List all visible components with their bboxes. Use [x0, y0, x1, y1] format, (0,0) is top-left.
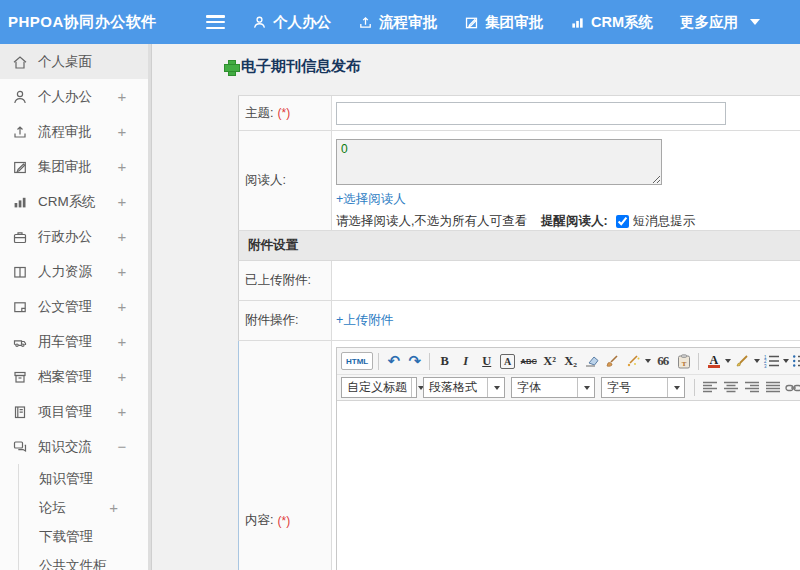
paragraph-format-select[interactable]: 段落格式: [423, 377, 505, 398]
sidebar-item-crm[interactable]: CRM系统 +: [0, 184, 148, 219]
caret-down-icon: [750, 19, 760, 25]
sidebar-item-admin-office[interactable]: 行政办公 +: [0, 219, 148, 254]
caret-down-icon: [577, 378, 594, 397]
notebook-icon: [12, 404, 28, 420]
sms-checkbox[interactable]: [616, 215, 629, 228]
bold-button[interactable]: B: [435, 351, 454, 371]
nav-personal-office[interactable]: 个人办公: [252, 13, 331, 32]
format-brush-icon[interactable]: [603, 351, 622, 371]
required-mark: (*): [277, 514, 290, 528]
page-title: 电子期刊信息发布: [224, 57, 361, 76]
submenu-item-download-mgmt[interactable]: 下载管理: [19, 522, 148, 551]
svg-text:T: T: [681, 359, 686, 367]
ordered-list-icon: 123: [762, 351, 781, 371]
expand-plus[interactable]: +: [116, 88, 128, 105]
chart-icon: [12, 194, 28, 210]
submenu-item-forum[interactable]: 论坛 +: [19, 493, 148, 522]
italic-button[interactable]: I: [456, 351, 475, 371]
quick-format-dropdown[interactable]: [624, 351, 651, 371]
strikethrough-button[interactable]: ABC: [519, 351, 538, 371]
link-icon[interactable]: [784, 378, 800, 398]
sidebar-scrollbar[interactable]: [148, 44, 152, 570]
sidebar-item-project-mgmt[interactable]: 项目管理 +: [0, 394, 148, 429]
caret-down-icon: [754, 359, 760, 363]
sidebar-item-knowledge-exchange[interactable]: 知识交流 −: [0, 429, 148, 464]
readers-textarea[interactable]: 0: [336, 139, 662, 185]
chat-icon: [12, 439, 28, 455]
font-color-dropdown[interactable]: A: [704, 351, 731, 371]
upload-attachment-link[interactable]: +上传附件: [336, 312, 393, 329]
readers-hint-text: 请选择阅读人,不选为所有人可查看: [336, 213, 527, 230]
briefcase-icon: [12, 229, 28, 245]
blockquote-button[interactable]: 66: [653, 351, 672, 371]
sidebar-item-personal-desktop[interactable]: 个人桌面: [0, 44, 148, 79]
expand-plus[interactable]: +: [116, 228, 128, 245]
superscript-button[interactable]: X²: [540, 351, 559, 371]
expand-plus[interactable]: +: [116, 263, 128, 280]
sidebar-item-vehicle-mgmt[interactable]: 用车管理 +: [0, 324, 148, 359]
subject-input[interactable]: [336, 102, 726, 125]
font-size-select[interactable]: 字号: [601, 377, 685, 398]
subject-label: 主题: (*): [239, 96, 332, 130]
highlight-pen-icon: [733, 351, 752, 371]
paste-plain-icon[interactable]: T: [674, 351, 693, 371]
caret-down-icon: [487, 378, 504, 397]
expand-plus[interactable]: +: [116, 193, 128, 210]
content-row: 内容: (*) HTML ↶ ↷ B I U A: [238, 341, 800, 570]
undo-icon[interactable]: ↶: [384, 351, 403, 371]
edit-icon: [12, 159, 28, 175]
submenu-item-knowledge-mgmt[interactable]: 知识管理: [19, 464, 148, 493]
html-source-button[interactable]: HTML: [341, 352, 373, 370]
collapse-minus[interactable]: −: [116, 438, 128, 455]
sidebar-item-hr[interactable]: 人力资源 +: [0, 254, 148, 289]
expand-plus[interactable]: +: [109, 499, 118, 516]
nav-workflow-approval[interactable]: 流程审批: [358, 13, 437, 32]
expand-plus[interactable]: +: [116, 368, 128, 385]
nav-group-approval[interactable]: 集团审批: [464, 13, 543, 32]
expand-plus[interactable]: +: [116, 123, 128, 140]
readers-label: 阅读人:: [239, 131, 332, 230]
expand-plus[interactable]: +: [116, 298, 128, 315]
align-center-icon[interactable]: [721, 378, 740, 398]
caret-down-icon: [725, 359, 731, 363]
chart-icon: [570, 15, 585, 30]
sidebar-item-archive-mgmt[interactable]: 档案管理 +: [0, 359, 148, 394]
user-icon: [252, 15, 267, 30]
nav-more-apps[interactable]: 更多应用: [680, 13, 760, 32]
expand-plus[interactable]: +: [116, 403, 128, 420]
expand-plus[interactable]: +: [116, 158, 128, 175]
sidebar-item-personal-office[interactable]: 个人办公 +: [0, 79, 148, 114]
sidebar-item-workflow-approval[interactable]: 流程审批 +: [0, 114, 148, 149]
editor-toolbar-row1: HTML ↶ ↷ B I U A ABC X² X₂: [337, 348, 800, 374]
sidebar-item-document-mgmt[interactable]: 公文管理 +: [0, 289, 148, 324]
align-right-icon[interactable]: [742, 378, 761, 398]
select-readers-link[interactable]: +选择阅读人: [336, 191, 406, 208]
plus-icon: [224, 60, 238, 74]
expand-plus[interactable]: +: [116, 333, 128, 350]
editor-content-area[interactable]: [337, 400, 800, 570]
underline-button[interactable]: U: [477, 351, 496, 371]
char-border-button[interactable]: A: [500, 354, 515, 369]
unordered-list-icon[interactable]: [791, 351, 800, 371]
eraser-icon[interactable]: [582, 351, 601, 371]
book-icon: [12, 264, 28, 280]
align-justify-icon[interactable]: [763, 378, 782, 398]
app-title: PHPOA协同办公软件: [8, 0, 157, 44]
heading-select[interactable]: 自定义标题: [341, 377, 417, 398]
sidebar: 个人桌面 个人办公 + 流程审批 + 集团审批 + CRM系统 + 行政办公 +…: [0, 44, 148, 570]
flow-icon: [358, 15, 373, 30]
content-label: 内容: (*): [239, 341, 332, 570]
redo-icon[interactable]: ↷: [405, 351, 424, 371]
highlight-dropdown[interactable]: [733, 351, 760, 371]
font-family-select[interactable]: 字体: [511, 377, 595, 398]
hamburger-icon[interactable]: [206, 15, 225, 29]
nav-crm[interactable]: CRM系统: [570, 13, 653, 32]
ordered-list-dropdown[interactable]: 123: [762, 351, 789, 371]
sidebar-item-group-approval[interactable]: 集团审批 +: [0, 149, 148, 184]
toolbar-separator: [698, 353, 699, 370]
subscript-button[interactable]: X₂: [561, 351, 580, 371]
knowledge-submenu: 知识管理 论坛 + 下载管理 公共文件柜: [18, 464, 148, 570]
align-left-icon[interactable]: [700, 378, 719, 398]
submenu-item-public-file-cabinet[interactable]: 公共文件柜: [19, 551, 148, 570]
readers-row: 阅读人: 0 +选择阅读人 请选择阅读人,不选为所有人可查看 提醒阅读人: 短消…: [238, 131, 800, 231]
